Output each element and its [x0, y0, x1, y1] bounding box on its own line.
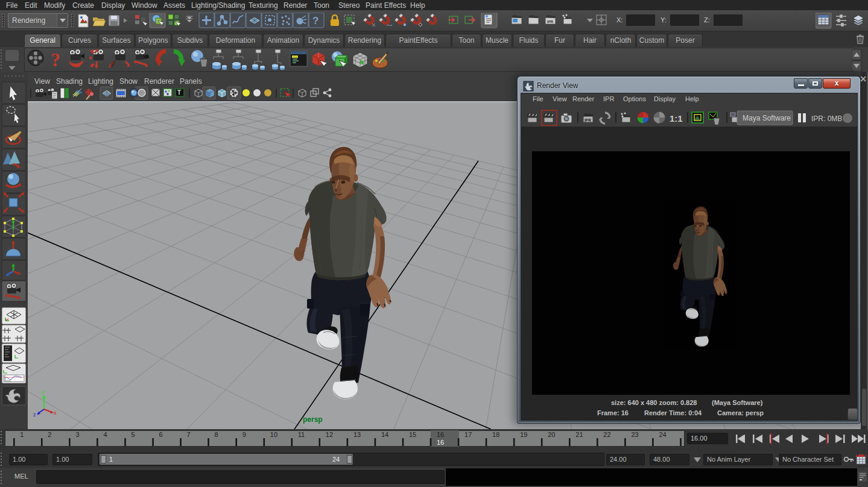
svg-text:21: 21: [575, 431, 583, 438]
svg-text:z: z: [33, 412, 36, 418]
svg-text:24: 24: [659, 431, 666, 438]
svg-text:Maya Software: Maya Software: [743, 114, 791, 122]
svg-text:13: 13: [353, 431, 361, 438]
svg-text:?: ?: [312, 15, 318, 27]
svg-text:14: 14: [381, 431, 388, 438]
svg-text:5: 5: [131, 431, 135, 438]
svg-text:19: 19: [520, 431, 527, 438]
svg-text:persp: persp: [303, 415, 323, 424]
svg-text:9: 9: [242, 431, 246, 438]
svg-text:y: y: [42, 389, 45, 395]
svg-text:17: 17: [464, 431, 472, 438]
svg-text:16: 16: [437, 431, 444, 438]
svg-text:IPR: IPR: [547, 20, 554, 24]
svg-text:16: 16: [437, 439, 444, 446]
svg-text:T: T: [177, 89, 181, 96]
svg-text:20: 20: [548, 431, 555, 438]
svg-text:x: x: [54, 410, 57, 416]
svg-text:8: 8: [215, 431, 218, 438]
svg-text:1:1: 1:1: [670, 113, 683, 124]
svg-text:15: 15: [409, 431, 416, 438]
svg-text:18: 18: [492, 431, 499, 438]
svg-text:10: 10: [270, 431, 277, 438]
svg-text:4: 4: [103, 431, 107, 438]
svg-text:2: 2: [48, 431, 51, 438]
svg-text:?: ?: [51, 49, 60, 71]
svg-text:12: 12: [326, 431, 333, 438]
svg-text:7: 7: [187, 431, 191, 438]
svg-text:11: 11: [298, 431, 305, 438]
svg-text:IPR: IPR: [584, 118, 591, 122]
svg-text:1: 1: [20, 431, 24, 438]
svg-text:22: 22: [603, 431, 610, 438]
svg-text:6: 6: [159, 431, 163, 438]
svg-text:3: 3: [75, 431, 79, 438]
svg-text:IPR: 0MB: IPR: 0MB: [811, 115, 842, 123]
svg-text:23: 23: [631, 431, 638, 438]
